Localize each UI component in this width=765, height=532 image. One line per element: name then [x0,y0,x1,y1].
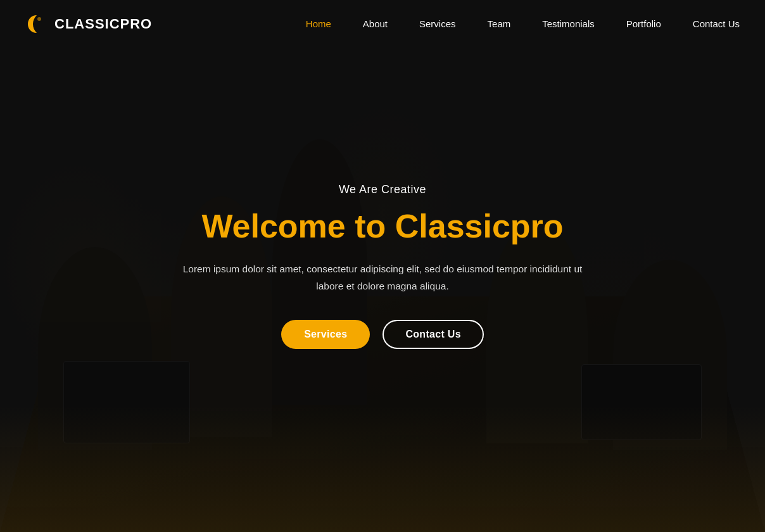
nav-item-about[interactable]: About [363,18,388,30]
contact-button[interactable]: Contact Us [382,320,483,349]
svg-point-0 [37,17,41,21]
nav-item-testimonials[interactable]: Testimonials [542,18,595,30]
nav-item-contact[interactable]: Contact Us [693,18,740,30]
nav-link-contact[interactable]: Contact Us [693,18,740,29]
nav-item-home[interactable]: Home [306,18,331,30]
navbar: CLASSICPRO Home About Services Team Test… [0,0,765,48]
nav-item-services[interactable]: Services [419,18,456,30]
nav-links: Home About Services Team Testimonials Po… [306,18,740,30]
logo[interactable]: CLASSICPRO [25,13,152,35]
logo-text: CLASSICPRO [54,16,152,32]
nav-link-team[interactable]: Team [488,18,511,29]
nav-link-home[interactable]: Home [306,18,331,29]
hero-title-plain: Welcome to [201,208,395,244]
nav-link-testimonials[interactable]: Testimonials [542,18,595,29]
hero-title-highlight: Classicpro [395,208,564,244]
nav-item-portfolio[interactable]: Portfolio [626,18,661,30]
crescent-moon-icon [25,13,48,35]
hero-buttons: Services Contact Us [180,320,585,349]
hero-subtitle: We Are Creative [180,183,585,196]
nav-item-team[interactable]: Team [488,18,511,30]
hero-title: Welcome to Classicpro [180,206,585,246]
hero-description: Lorem ipsum dolor sit amet, consectetur … [180,261,585,294]
hero-content: We Are Creative Welcome to Classicpro Lo… [167,183,598,349]
hero-section: CLASSICPRO Home About Services Team Test… [0,0,765,532]
nav-link-portfolio[interactable]: Portfolio [626,18,661,29]
nav-link-about[interactable]: About [363,18,388,29]
services-button[interactable]: Services [281,320,370,349]
nav-link-services[interactable]: Services [419,18,456,29]
